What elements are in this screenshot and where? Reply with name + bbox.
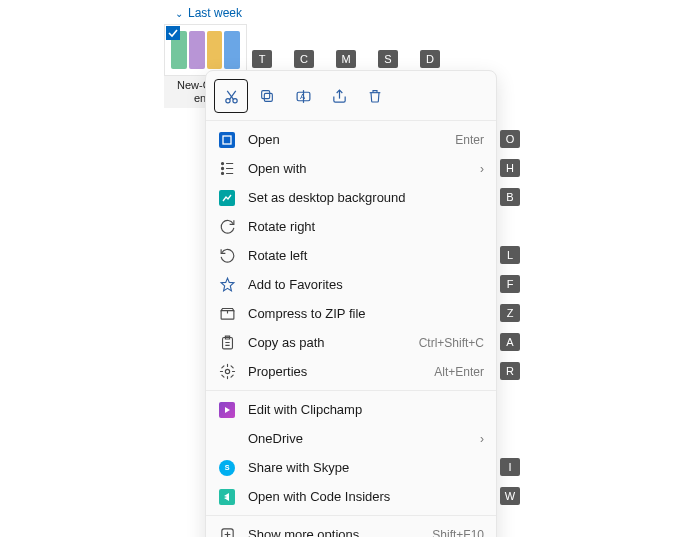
access-key-hint: H <box>500 159 520 177</box>
menu-item-add-favorites[interactable]: Add to Favorites F <box>206 270 496 299</box>
access-key-hint: W <box>500 487 520 505</box>
svg-point-1 <box>232 98 236 102</box>
vscode-insiders-icon <box>218 488 236 506</box>
rotate-left-icon <box>218 247 236 265</box>
copy-button[interactable] <box>250 79 284 113</box>
copy-path-icon <box>218 334 236 352</box>
onedrive-icon <box>218 430 236 448</box>
svg-point-8 <box>221 167 223 169</box>
svg-point-7 <box>221 162 223 164</box>
menu-item-copy-path[interactable]: Copy as path Ctrl+Shift+C A <box>206 328 496 357</box>
access-key-hint: L <box>500 246 520 264</box>
access-key-hint: S <box>378 50 398 68</box>
menu-item-properties[interactable]: Properties Alt+Enter R <box>206 357 496 386</box>
access-key-hint: F <box>500 275 520 293</box>
svg-point-11 <box>225 369 229 373</box>
access-key-hint: C <box>294 50 314 68</box>
access-key-hint: O <box>500 130 520 148</box>
delete-button[interactable] <box>358 79 392 113</box>
menu-item-share-skype[interactable]: S Share with Skype I <box>206 453 496 482</box>
svg-text:S: S <box>224 463 229 472</box>
svg-text:A: A <box>299 92 305 101</box>
group-header-last-week[interactable]: ⌄ Last week <box>175 6 242 20</box>
desktop-background-icon <box>218 189 236 207</box>
zip-icon <box>218 305 236 323</box>
menu-item-rotate-right[interactable]: Rotate right <box>206 212 496 241</box>
open-with-icon <box>218 160 236 178</box>
context-menu: A Open Enter O Open with › H Set as desk… <box>205 70 497 537</box>
access-key-hint: I <box>500 458 520 476</box>
access-key-hint: D <box>420 50 440 68</box>
group-header-label: Last week <box>188 6 242 20</box>
access-key-hint: A <box>500 333 520 351</box>
svg-rect-6 <box>223 136 231 144</box>
svg-point-0 <box>225 98 229 102</box>
rotate-right-icon <box>218 218 236 236</box>
access-key-hint: M <box>336 50 356 68</box>
svg-point-9 <box>221 172 223 174</box>
star-icon <box>218 276 236 294</box>
access-key-hint: R <box>500 362 520 380</box>
menu-item-open-with[interactable]: Open with › H <box>206 154 496 183</box>
access-key-hint: Z <box>500 304 520 322</box>
menu-item-code-insiders[interactable]: Open with Code Insiders W <box>206 482 496 511</box>
menu-item-clipchamp[interactable]: Edit with Clipchamp <box>206 395 496 424</box>
context-menu-toolbar: A <box>206 76 496 116</box>
properties-icon <box>218 363 236 381</box>
chevron-right-icon: › <box>480 432 484 446</box>
access-key-hint: T <box>252 50 272 68</box>
menu-item-rotate-left[interactable]: Rotate left L <box>206 241 496 270</box>
menu-item-set-background[interactable]: Set as desktop background B <box>206 183 496 212</box>
chevron-down-icon: ⌄ <box>175 8 183 19</box>
clipchamp-icon <box>218 401 236 419</box>
toolbar-access-keys: T C M S D <box>252 50 440 68</box>
chevron-right-icon: › <box>480 162 484 176</box>
skype-icon: S <box>218 459 236 477</box>
rename-button[interactable]: A <box>286 79 320 113</box>
menu-item-open[interactable]: Open Enter O <box>206 125 496 154</box>
cut-button[interactable] <box>214 79 248 113</box>
access-key-hint: B <box>500 188 520 206</box>
menu-item-show-more-options[interactable]: Show more options Shift+F10 <box>206 520 496 537</box>
svg-rect-3 <box>262 91 270 99</box>
more-options-icon <box>218 526 236 538</box>
selection-checkmark-icon <box>166 26 180 40</box>
menu-item-compress-zip[interactable]: Compress to ZIP file Z <box>206 299 496 328</box>
open-icon <box>218 131 236 149</box>
share-button[interactable] <box>322 79 356 113</box>
menu-item-onedrive[interactable]: OneDrive › <box>206 424 496 453</box>
svg-rect-2 <box>264 93 272 101</box>
